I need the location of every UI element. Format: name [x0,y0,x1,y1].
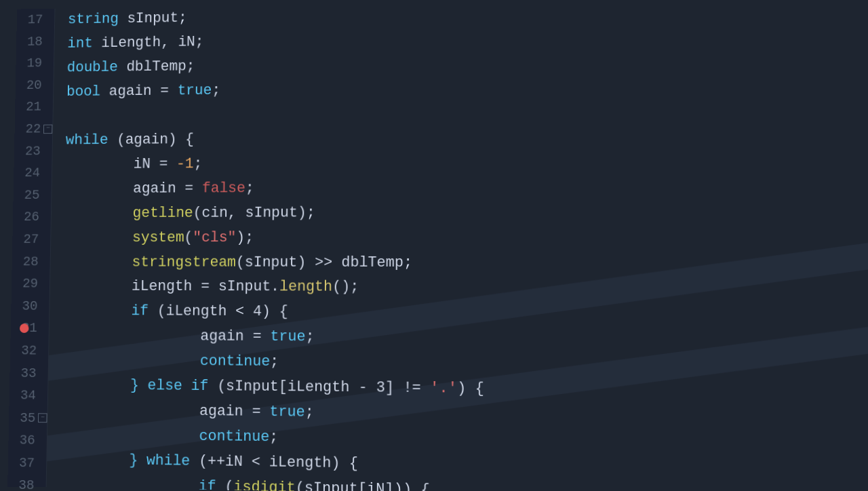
line-36: 36 [15,429,41,452]
line-23: 23 [20,140,45,162]
code-line-24: again = false; [64,174,868,201]
code-line-29: if (iLength < 4) { [62,300,868,329]
line-18: 18 [22,31,47,53]
fold-icon-35[interactable]: − [38,414,47,423]
line-21: 21 [21,96,46,119]
code-line-26: system("cls"); [64,225,868,251]
line-37: 37 [14,452,40,475]
code-line-27: stringstream(sInput) >> dblTemp; [63,250,868,276]
code-line-23: iN = -1; [65,148,868,177]
line-19: 19 [22,52,47,75]
code-area: string sInput; int iLength, iN; double d… [47,0,868,491]
code-line-25: getline(cin, sInput); [64,199,868,226]
line-32: 32 [16,340,42,362]
fold-icon-22[interactable]: − [43,124,52,134]
line-20: 20 [22,74,47,96]
breakpoint-31[interactable] [20,323,29,333]
line-33: 33 [16,362,42,385]
line-27: 27 [19,229,45,251]
line-25: 25 [20,184,45,206]
line-35: 35 − [15,407,41,430]
line-29: 29 [18,273,43,295]
line-22: 22 − [21,118,46,140]
line-28: 28 [18,250,44,273]
editor-container: 17 18 19 20 21 22 − 23 24 25 26 27 28 29… [7,0,868,491]
line-30: 30 [18,295,43,317]
line-34: 34 [16,385,41,407]
line-26: 26 [19,206,45,229]
code-line-28: iLength = sInput.length(); [63,275,868,302]
line-31: 31 [17,317,43,340]
line-38: 38 [14,474,39,491]
line-24: 24 [20,162,45,184]
line-17: 17 [23,9,48,31]
